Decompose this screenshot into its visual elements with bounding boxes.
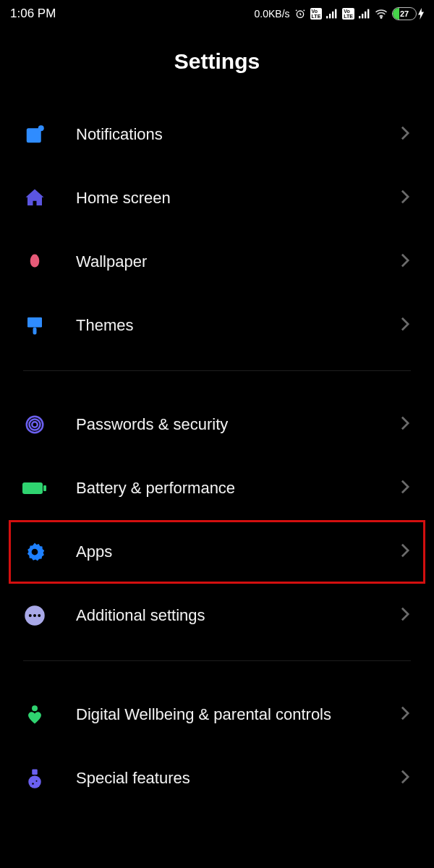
chevron-right-icon (400, 606, 417, 625)
settings-item-special-features[interactable]: Special features (9, 746, 425, 810)
svg-point-15 (32, 422, 38, 427)
signal-icon-1 (326, 9, 338, 19)
settings-item-label: Additional settings (76, 605, 400, 626)
chevron-right-icon (400, 189, 417, 208)
svg-point-29 (36, 780, 38, 782)
svg-point-25 (32, 705, 38, 711)
settings-item-notifications[interactable]: Notifications (9, 103, 425, 166)
svg-point-28 (32, 783, 34, 785)
svg-rect-18 (22, 482, 43, 494)
chevron-right-icon (400, 479, 417, 498)
divider (23, 660, 411, 661)
settings-item-apps[interactable]: Apps (9, 520, 425, 584)
chevron-right-icon (400, 125, 417, 144)
brush-icon (22, 313, 47, 338)
fingerprint-icon (22, 412, 47, 437)
chevron-right-icon (400, 542, 417, 561)
svg-rect-6 (362, 14, 363, 18)
battery-percent: 27 (393, 9, 416, 18)
svg-rect-19 (43, 485, 46, 491)
settings-item-label: Apps (76, 542, 400, 562)
settings-item-label: Themes (76, 315, 400, 336)
heart-icon (22, 702, 47, 727)
svg-point-23 (33, 614, 36, 617)
svg-rect-10 (27, 128, 41, 142)
status-time: 1:06 PM (10, 7, 56, 21)
svg-rect-26 (32, 770, 38, 775)
svg-point-9 (380, 17, 382, 18)
status-right: 0.0KB/s VoLTE VoLTE 27 (255, 7, 424, 20)
notifications-icon (22, 122, 47, 147)
volte-icon-2: VoLTE (342, 8, 354, 20)
settings-item-home-screen[interactable]: Home screen (9, 166, 425, 230)
svg-rect-14 (33, 328, 37, 335)
svg-rect-2 (329, 14, 331, 18)
settings-item-digital-wellbeing[interactable]: Digital Wellbeing & parental controls (9, 683, 425, 746)
settings-item-label: Special features (76, 768, 400, 788)
alarm-icon (294, 8, 306, 20)
svg-rect-7 (365, 12, 366, 19)
svg-point-12 (32, 255, 38, 259)
settings-item-label: Digital Wellbeing & parental controls (76, 705, 400, 725)
settings-item-label: Battery & performance (76, 478, 400, 498)
home-icon (22, 186, 47, 210)
chevron-right-icon (400, 769, 417, 788)
settings-item-label: Passwords & security (76, 414, 400, 435)
signal-icon-2 (359, 9, 370, 19)
settings-item-themes[interactable]: Themes (9, 294, 425, 357)
gear-icon (22, 540, 47, 564)
settings-screen: 1:06 PM 0.0KB/s VoLTE VoLTE 27 (0, 0, 434, 868)
svg-point-22 (29, 614, 32, 617)
svg-rect-4 (335, 9, 336, 19)
status-bar: 1:06 PM 0.0KB/s VoLTE VoLTE 27 (0, 0, 434, 27)
wifi-icon (375, 9, 388, 19)
svg-rect-3 (332, 12, 333, 19)
settings-item-battery-performance[interactable]: Battery & performance (9, 456, 425, 520)
dots-icon (22, 603, 47, 628)
chevron-right-icon (400, 705, 417, 724)
battery-icon (22, 476, 47, 501)
battery-indicator: 27 (392, 7, 424, 20)
divider (23, 370, 411, 371)
settings-item-label: Home screen (76, 188, 400, 208)
svg-point-11 (38, 125, 44, 131)
flask-icon (22, 766, 47, 791)
chevron-right-icon (400, 415, 417, 434)
volte-icon-1: VoLTE (310, 8, 323, 20)
settings-item-label: Notifications (76, 124, 400, 145)
svg-point-27 (28, 775, 41, 788)
charging-icon (418, 8, 424, 20)
settings-item-passwords-security[interactable]: Passwords & security (9, 393, 425, 456)
status-net-speed: 0.0KB/s (255, 8, 290, 20)
svg-point-24 (38, 614, 41, 617)
settings-item-additional-settings[interactable]: Additional settings (9, 584, 425, 647)
settings-item-wallpaper[interactable]: Wallpaper (9, 230, 425, 294)
settings-list: Notifications Home screen Wallpaper Them… (0, 103, 434, 810)
flower-icon (22, 250, 47, 274)
settings-item-label: Wallpaper (76, 252, 400, 272)
page-title: Settings (0, 49, 434, 74)
svg-point-16 (30, 420, 41, 430)
svg-rect-5 (359, 16, 360, 18)
chevron-right-icon (400, 252, 417, 271)
svg-rect-13 (27, 318, 42, 328)
svg-rect-8 (367, 9, 369, 19)
svg-rect-1 (326, 16, 328, 18)
chevron-right-icon (400, 316, 417, 335)
svg-point-20 (32, 549, 38, 556)
